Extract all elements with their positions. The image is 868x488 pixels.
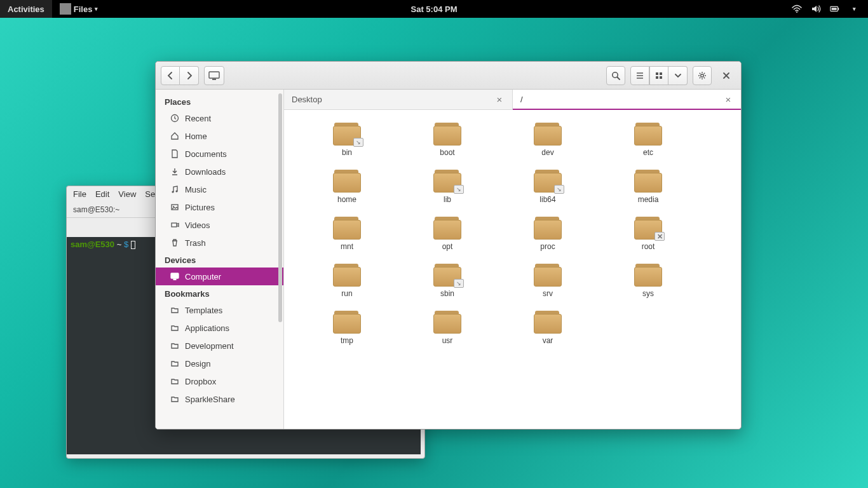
terminal-menu-view[interactable]: View [118,189,136,199]
folder-media[interactable]: media [598,166,698,208]
folder-icon: ↘ [433,170,461,193]
folder-root[interactable]: ✕root [598,213,698,255]
tab-close-button[interactable]: × [494,95,505,105]
folder-etc[interactable]: etc [598,119,698,161]
activities-button[interactable]: Activities [0,0,52,18]
window-close-button[interactable] [717,66,736,85]
files-app-icon [60,3,71,15]
folder-label: sys [642,289,654,298]
terminal-menu-search[interactable]: Se [145,189,155,199]
folder-home[interactable]: home [297,166,397,208]
terminal-menu-file[interactable]: File [73,189,86,199]
sidebar-item-pictures[interactable]: Pictures [156,198,283,216]
folder-bin[interactable]: ↘bin [297,119,397,161]
gear-icon [698,71,707,80]
sidebar-item-development[interactable]: Development [156,337,283,355]
svg-point-0 [796,11,797,13]
app-menu-button[interactable]: Files ▾ [52,0,106,18]
terminal-menu-edit[interactable]: Edit [95,189,109,199]
nav-forward-button[interactable] [180,66,199,85]
folder-icon: ↘ [333,123,361,146]
symlink-badge-icon: ↘ [454,279,464,288]
folder-label: dev [541,148,553,157]
view-options-button[interactable] [668,66,688,85]
battery-icon[interactable] [830,4,840,14]
video-icon [170,220,180,230]
sidebar-item-applications[interactable]: Applications [156,319,283,337]
sidebar-item-downloads[interactable]: Downloads [156,163,283,180]
files-headerbar [156,62,741,90]
tab-close-button[interactable]: × [723,95,733,105]
folder-icon [534,264,562,287]
files-icon-grid[interactable]: ↘binbootdevetchome↘lib↘lib64mediamntoptp… [284,110,741,429]
folder-sys[interactable]: sys [598,260,698,302]
sidebar-item-music[interactable]: Music [156,180,283,198]
tab-label: Desktop [292,95,322,104]
folder-mnt[interactable]: mnt [297,213,397,255]
folder-label: srv [543,289,553,298]
search-button[interactable] [606,66,625,85]
folder-dev[interactable]: dev [498,119,598,161]
view-list-button[interactable] [630,66,649,85]
sidebar-item-recent[interactable]: Recent [156,109,283,127]
system-menu-chevron-icon[interactable]: ▾ [849,4,859,14]
terminal-tab-label[interactable]: sam@E530:~ [73,205,119,214]
folder-icon [534,123,562,146]
trash-icon [170,238,180,248]
svg-rect-4 [209,72,219,78]
folder-usr[interactable]: usr [397,307,498,349]
svg-point-14 [175,190,177,192]
sidebar-item-trash[interactable]: Trash [156,234,283,252]
folder-icon [634,123,662,146]
folder-var[interactable]: var [498,307,598,349]
folder-label: bin [342,148,352,157]
volume-icon[interactable] [811,4,821,14]
sidebar-item-dropbox[interactable]: Dropbox [156,372,283,390]
folder-run[interactable]: run [297,260,397,302]
sidebar-item-computer[interactable]: Computer [156,268,283,285]
folder-opt[interactable]: opt [397,213,498,255]
sidebar-item-home[interactable]: Home [156,127,283,145]
sidebar-scrollbar[interactable] [278,93,282,425]
pathbar-location-button[interactable] [204,66,224,85]
folder-icon [170,394,180,404]
folder-proc[interactable]: proc [498,213,598,255]
folder-label: proc [540,242,555,251]
folder-lib64[interactable]: ↘lib64 [498,166,598,208]
computer-icon [170,271,180,281]
folder-label: root [642,242,655,251]
sidebar-item-templates[interactable]: Templates [156,301,283,319]
sidebar-item-documents[interactable]: Documents [156,145,283,163]
sidebar-item-videos[interactable]: Videos [156,216,283,234]
view-grid-button[interactable] [649,66,668,85]
svg-rect-7 [656,72,658,75]
folder-icon: ↘ [534,170,562,193]
wifi-icon[interactable] [792,4,802,14]
folder-label: sbin [440,289,454,298]
files-tabbar: Desktop × / × [284,90,741,110]
folder-label: etc [643,148,653,157]
tab-root[interactable]: / × [513,90,741,109]
svg-rect-10 [660,76,662,79]
app-menu-label: Files [74,4,93,14]
symlink-badge-icon: ↘ [353,138,363,147]
folder-label: boot [440,148,454,157]
folder-icon [333,264,361,287]
folder-tmp[interactable]: tmp [297,307,397,349]
folder-srv[interactable]: srv [498,260,598,302]
folder-lib[interactable]: ↘lib [397,166,498,208]
folder-sbin[interactable]: ↘sbin [397,260,498,302]
folder-icon [333,217,361,240]
folder-icon [433,123,461,146]
folder-icon [333,311,361,334]
clock[interactable]: Sat 5:04 PM [411,4,458,14]
folder-boot[interactable]: boot [397,119,498,161]
sidebar-item-sparkleshare[interactable]: SparkleShare [156,390,283,408]
folder-label: media [638,195,659,204]
folder-icon [433,217,461,240]
sidebar-item-design[interactable]: Design [156,355,283,372]
folder-label: var [543,336,553,345]
nav-back-button[interactable] [161,66,180,85]
settings-button[interactable] [693,66,712,85]
tab-desktop[interactable]: Desktop × [284,90,513,109]
